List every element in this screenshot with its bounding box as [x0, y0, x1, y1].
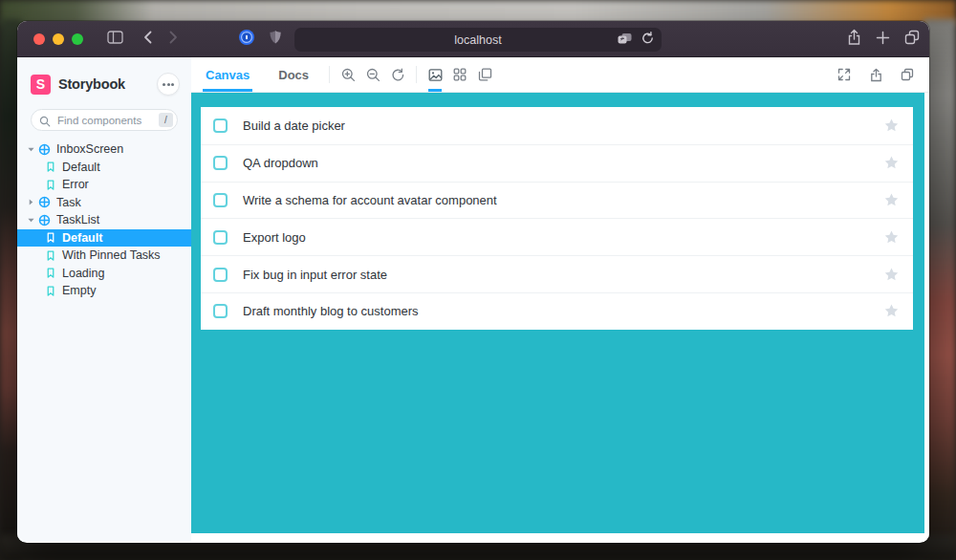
pin-task-button[interactable] — [883, 192, 900, 208]
toolbar-divider — [416, 66, 417, 83]
task-row[interactable]: Build a date picker — [201, 107, 913, 144]
tree-story-tasklist-empty[interactable]: Empty — [17, 282, 191, 300]
storybook-sidebar: S Storybook / InboxScreen — [17, 57, 191, 542]
star-icon — [883, 192, 900, 208]
story-bookmark-icon — [45, 179, 56, 191]
story-bookmark-icon — [45, 161, 56, 173]
task-row[interactable]: QA dropdown — [201, 144, 913, 182]
task-row[interactable]: Fix bug in input error state — [201, 255, 913, 292]
back-button[interactable] — [136, 29, 159, 50]
pin-task-button[interactable] — [883, 155, 900, 171]
task-checkbox[interactable] — [213, 156, 228, 170]
story-bookmark-icon — [45, 285, 56, 297]
minimize-window-button[interactable] — [53, 33, 64, 45]
tree-label: With Pinned Tasks — [62, 248, 161, 262]
translate-icon[interactable] — [617, 32, 633, 49]
expander-icon[interactable] — [27, 216, 35, 225]
component-icon — [38, 214, 51, 226]
tree-story-inboxscreen-error[interactable]: Error — [17, 176, 191, 194]
zoom-out-button[interactable] — [360, 57, 385, 92]
chevron-right-icon — [169, 31, 178, 48]
zoom-in-button[interactable] — [336, 57, 360, 92]
task-checkbox[interactable] — [213, 268, 228, 282]
reset-zoom-icon — [391, 68, 405, 82]
pin-task-button[interactable] — [883, 267, 900, 283]
storybook-logo[interactable]: S — [31, 75, 51, 95]
tree-label: Loading — [62, 267, 105, 280]
tab-canvas[interactable]: Canvas — [191, 57, 264, 92]
tree-label: Default — [62, 161, 100, 174]
task-title: Export logo — [243, 230, 306, 245]
grid-icon — [453, 68, 467, 81]
pin-task-button[interactable] — [883, 229, 900, 246]
sidebar-menu-button[interactable] — [157, 73, 180, 96]
task-checkbox[interactable] — [213, 230, 228, 245]
shield-icon — [269, 30, 282, 49]
task-row[interactable]: Draft monthly blog to customers — [201, 292, 913, 330]
tree-label: InboxScreen — [56, 142, 123, 156]
new-tab-icon[interactable] — [876, 31, 890, 49]
pin-task-button[interactable] — [883, 303, 900, 319]
zoom-window-button[interactable] — [72, 33, 83, 45]
pin-task-button[interactable] — [883, 118, 900, 134]
story-bookmark-icon — [45, 249, 56, 262]
tree-component-inboxscreen[interactable]: InboxScreen — [17, 140, 191, 159]
tree-label: Empty — [62, 284, 96, 297]
chevron-left-icon — [143, 31, 152, 48]
task-checkbox[interactable] — [213, 118, 228, 133]
fullscreen-icon — [837, 68, 851, 81]
url-text: localhost — [454, 33, 501, 47]
tree-story-tasklist-default-selected[interactable]: Default — [17, 229, 191, 248]
star-icon — [883, 118, 900, 134]
expander-icon[interactable] — [27, 198, 35, 206]
tree-story-tasklist-withpinnedtasks[interactable]: With Pinned Tasks — [17, 247, 191, 265]
share-story-button[interactable] — [863, 68, 888, 82]
story-preview: Build a date picker QA dropdown — [191, 93, 929, 542]
component-icon — [38, 196, 51, 208]
tree-component-tasklist[interactable]: TaskList — [17, 211, 191, 229]
story-bookmark-icon — [45, 231, 56, 244]
privacy-shield-button[interactable] — [264, 29, 287, 50]
task-row[interactable]: Write a schema for account avatar compon… — [201, 182, 913, 219]
tree-label: TaskList — [56, 213, 99, 226]
task-title: QA dropdown — [243, 156, 318, 170]
open-canvas-new-tab-button[interactable] — [895, 68, 920, 81]
component-icon — [38, 143, 51, 156]
story-bookmark-icon — [45, 267, 56, 279]
reload-icon[interactable] — [641, 32, 654, 49]
close-window-button[interactable] — [33, 33, 45, 45]
reset-zoom-button[interactable] — [385, 57, 410, 92]
zoom-out-icon — [366, 68, 380, 82]
task-row[interactable]: Export logo — [201, 218, 913, 255]
storybook-brand-title: Storybook — [58, 76, 125, 92]
password-manager-icon — [238, 29, 255, 50]
search-icon — [39, 114, 51, 131]
task-list: Build a date picker QA dropdown — [201, 107, 913, 330]
fullscreen-button[interactable] — [832, 68, 857, 81]
password-manager-extension-button[interactable] — [235, 29, 258, 50]
zoom-in-icon — [341, 68, 356, 82]
preview-background: Build a date picker QA dropdown — [191, 93, 924, 533]
search-input[interactable] — [31, 109, 178, 131]
task-checkbox[interactable] — [213, 193, 228, 207]
toolbar-divider — [329, 66, 330, 83]
sidebar-toggle-button[interactable] — [103, 29, 126, 50]
outline-icon — [478, 68, 492, 81]
expander-icon[interactable] — [27, 145, 35, 154]
task-checkbox[interactable] — [213, 304, 228, 318]
tree-story-inboxscreen-default[interactable]: Default — [17, 159, 191, 177]
tree-label: Default — [62, 231, 102, 245]
tree-story-tasklist-loading[interactable]: Loading — [17, 265, 191, 283]
backgrounds-button[interactable] — [423, 57, 447, 92]
address-bar[interactable]: localhost — [294, 28, 662, 52]
open-new-tab-icon — [901, 68, 914, 81]
tab-docs[interactable]: Docs — [264, 57, 323, 92]
outline-toggle-button[interactable] — [472, 57, 497, 92]
share-icon[interactable] — [847, 29, 861, 50]
forward-button[interactable] — [162, 29, 185, 50]
grid-toggle-button[interactable] — [447, 57, 472, 92]
task-title: Build a date picker — [243, 118, 345, 133]
star-icon — [883, 303, 900, 319]
tree-component-task[interactable]: Task — [17, 194, 191, 212]
tab-overview-icon[interactable] — [904, 30, 920, 49]
